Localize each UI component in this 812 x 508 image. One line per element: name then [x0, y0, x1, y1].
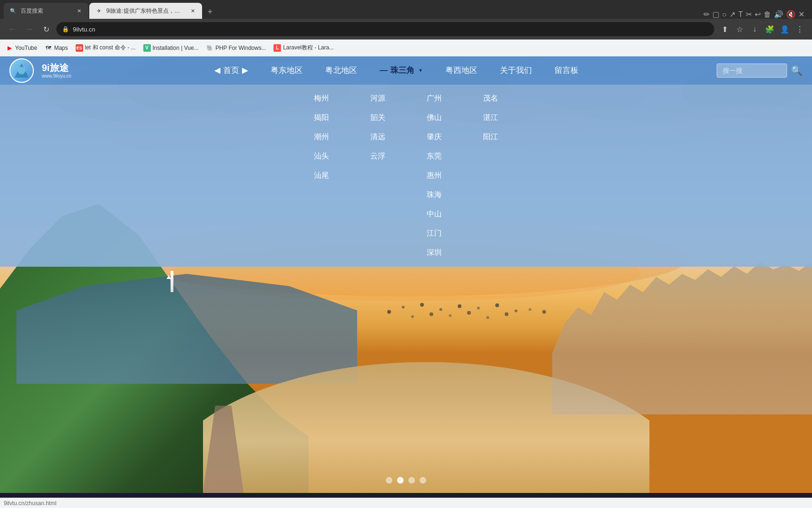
extensions-puzzle[interactable]: 🧩 [763, 23, 776, 36]
circle-icon: ○ [722, 10, 727, 19]
nav-home[interactable]: ◀ 首页 ▶ [203, 56, 259, 85]
bookmark-maps[interactable]: 🗺 Maps [45, 44, 68, 52]
bookmark-youtube[interactable]: ▶ YouTube [6, 44, 37, 52]
menu-button[interactable]: ⋮ [793, 23, 806, 36]
forward-button[interactable]: → [23, 23, 36, 36]
tab-bar: 🔍 百度搜索 ✕ ✈ 9i旅途:提供广东特色景点，广东... ✕ + ✏ ▢ ○… [0, 0, 812, 19]
youtube-favicon: ▶ [6, 44, 13, 52]
tab-2-favicon: ✈ [95, 7, 102, 15]
trash-icon: 🗑 [764, 10, 771, 19]
site-logo[interactable]: 9i旅途 www.9ilvyu.cn [9, 58, 71, 83]
dropdown-item-jieyang[interactable]: 揭阳 [307, 111, 336, 125]
svg-point-26 [505, 312, 508, 316]
dropdown-item-foshan[interactable]: 佛山 [420, 111, 448, 125]
dropdown-item-shanwei[interactable]: 汕尾 [307, 169, 336, 183]
nav-west[interactable]: 粤西地区 [434, 56, 489, 85]
dropdown-col-2: 河源 韶关 清远 云浮 [350, 92, 406, 260]
svg-point-19 [495, 303, 499, 307]
nav-guestbook[interactable]: 留言板 [543, 56, 590, 85]
bookmark-es[interactable]: ES let 和 const 命令 - ... [76, 44, 136, 52]
browser-toolbar: ← → ↻ 🔒 9ilvtu.cn ⬆ ☆ ↓ 🧩 👤 ⋮ [0, 19, 812, 40]
slider-dot-1[interactable] [386, 477, 392, 484]
bookmark-button[interactable]: ☆ [733, 23, 746, 36]
php-favicon: 🐘 [206, 44, 214, 52]
arrow-icon: ↗ [729, 10, 735, 19]
slider-dot-3[interactable] [408, 477, 415, 484]
nav-about[interactable]: 关于我们 [489, 56, 543, 85]
back-button[interactable]: ← [6, 23, 19, 36]
pencil-icon: ✏ [703, 10, 710, 19]
pearl-dropdown-arrow: ▼ [418, 56, 423, 85]
nav-north[interactable]: 粤北地区 [314, 56, 368, 85]
bookmark-php[interactable]: 🐘 PHP For Windows... [206, 44, 266, 52]
lighthouse [171, 271, 173, 292]
dropdown-item-meizhou[interactable]: 梅州 [307, 92, 336, 105]
dropdown-item-shenzhen[interactable]: 深圳 [420, 246, 448, 260]
mute-icon: 🔇 [786, 10, 796, 19]
dropdown-item-yunfu[interactable]: 云浮 [364, 150, 392, 163]
tab-1-title: 百度搜索 [21, 7, 71, 15]
extension-button[interactable]: ↓ [748, 23, 761, 36]
browser-tab-1[interactable]: 🔍 百度搜索 ✕ [4, 3, 88, 19]
search-button[interactable]: 🔍 [791, 65, 803, 76]
share-button[interactable]: ⬆ [718, 23, 731, 36]
dropdown-item-jiangmen[interactable]: 江门 [420, 227, 448, 240]
bookmark-youtube-label: YouTube [15, 45, 37, 51]
dropdown-item-qingyuan[interactable]: 清远 [364, 130, 392, 144]
nav-pearl[interactable]: — 珠三角 ▼ [368, 56, 434, 85]
dropdown-col-4: 茂名 湛江 阳江 [462, 92, 519, 260]
text-icon: T [738, 10, 743, 19]
refresh-button[interactable]: ↻ [39, 23, 53, 36]
navigation-bar: 9i旅途 www.9ilvyu.cn ◀ 首页 ▶ 粤东地区 粤北地区 [0, 56, 812, 85]
address-bar[interactable]: 🔒 9ilvtu.cn [56, 22, 714, 36]
nav-east[interactable]: 粤东地区 [259, 56, 314, 85]
logo-sub-text: www.9ilvyu.cn [42, 73, 71, 79]
window-close-icon: ✕ [798, 10, 804, 19]
speaker-icon: 🔊 [774, 10, 783, 19]
svg-point-21 [411, 315, 414, 318]
dropdown-item-zhongshan[interactable]: 中山 [420, 207, 448, 221]
bookmark-vue-label: Installation | Vue... [153, 45, 199, 51]
laravel-favicon: L [273, 44, 281, 52]
dropdown-item-chaozhou[interactable]: 潮州 [307, 130, 336, 144]
bookmark-php-label: PHP For Windows... [216, 45, 266, 51]
dropdown-item-zhaoqing[interactable]: 肇庆 [420, 130, 448, 144]
dropdown-item-shantou[interactable]: 汕头 [307, 150, 336, 163]
tab-2-title: 9i旅途:提供广东特色景点，广东... [106, 7, 185, 15]
tab-2-close[interactable]: ✕ [189, 7, 196, 15]
new-tab-button[interactable]: + [203, 5, 217, 19]
slider-dot-4[interactable] [420, 477, 426, 484]
bookmark-es-label: let 和 const 命令 - ... [85, 44, 136, 52]
dropdown-item-shaoguan[interactable]: 韶关 [364, 111, 392, 125]
search-input[interactable] [717, 64, 787, 78]
status-url: 9ilvtu.cn/zhusan.html [4, 500, 56, 507]
svg-point-24 [467, 311, 471, 315]
es-favicon: ES [76, 44, 83, 52]
svg-point-17 [458, 304, 461, 308]
dropdown-item-zhuhai[interactable]: 珠海 [420, 188, 448, 202]
svg-point-30 [18, 67, 25, 74]
dropdown-item-maoming[interactable]: 茂名 [476, 92, 505, 105]
svg-point-28 [542, 310, 546, 314]
bookmark-laravel[interactable]: L Laravel教程 - Lara... [273, 44, 334, 52]
vue-favicon: V [143, 44, 151, 52]
dropdown-item-dongguan[interactable]: 东莞 [420, 150, 448, 163]
svg-point-18 [477, 307, 480, 310]
website-content: 9i旅途 www.9ilvyu.cn ◀ 首页 ▶ 粤东地区 粤北地区 [0, 56, 812, 493]
dropdown-item-heyuan[interactable]: 河源 [364, 92, 392, 105]
dropdown-item-zhanjiang[interactable]: 湛江 [476, 111, 505, 125]
slider-dot-2[interactable] [397, 477, 404, 484]
dropdown-item-guangzhou[interactable]: 广州 [420, 92, 448, 105]
svg-point-22 [429, 312, 433, 316]
highlight-icon: ✂ [746, 10, 752, 19]
dropdown-item-yangjiang[interactable]: 阳江 [476, 130, 505, 144]
bookmark-laravel-label: Laravel教程 - Lara... [283, 44, 334, 52]
browser-tab-2[interactable]: ✈ 9i旅途:提供广东特色景点，广东... ✕ [89, 3, 202, 19]
svg-point-15 [420, 303, 424, 307]
dropdown-col-1: 梅州 揭阳 潮州 汕头 汕尾 [293, 92, 350, 260]
profile-button[interactable]: 👤 [778, 23, 791, 36]
dropdown-item-huizhou[interactable]: 惠州 [420, 169, 448, 183]
bookmark-vue[interactable]: V Installation | Vue... [143, 44, 199, 52]
tab-1-favicon: 🔍 [9, 7, 17, 15]
tab-1-close[interactable]: ✕ [75, 7, 83, 15]
